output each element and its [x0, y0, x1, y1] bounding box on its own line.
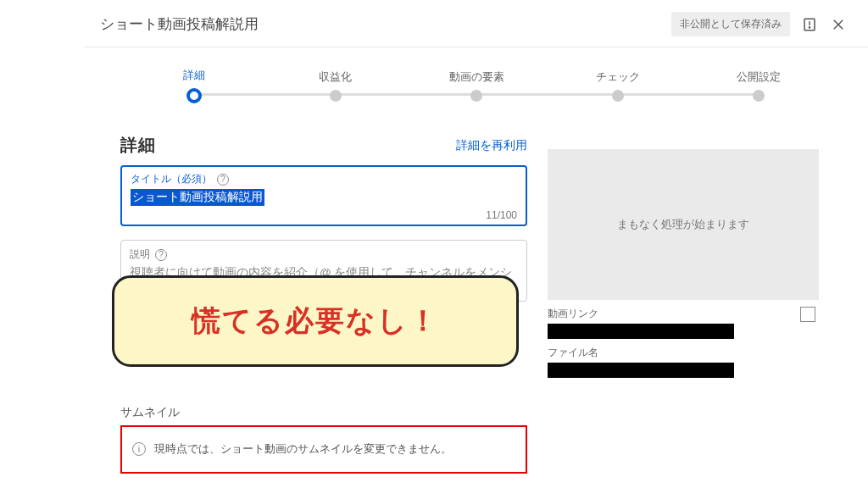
title-input-value[interactable]: ショート動画投稿解説用 — [131, 189, 264, 206]
feedback-icon[interactable] — [800, 15, 819, 34]
svg-point-2 — [809, 26, 810, 27]
filename-label: ファイル名 — [548, 346, 819, 360]
stepper: 詳細 収益化 動画の要素 チェック 公開設定 — [85, 47, 868, 110]
callout-text: 慌てる必要なし！ — [192, 302, 439, 341]
step-checks[interactable]: チェック — [588, 69, 648, 102]
video-link-value-redacted — [548, 324, 734, 339]
close-icon[interactable] — [829, 15, 848, 34]
modal-title: ショート動画投稿解説用 — [100, 14, 259, 34]
title-field[interactable]: タイトル（必須） ? ショート動画投稿解説用 11/100 — [120, 165, 527, 226]
upload-modal: ショート動画投稿解説用 非公開として保存済み 詳細 — [85, 0, 868, 488]
section-heading-details: 詳細 — [120, 134, 156, 157]
help-icon[interactable]: ? — [217, 174, 229, 186]
thumbnail-notice: i 現時点では、ショート動画のサムネイルを変更できません。 — [120, 425, 527, 474]
modal-header: ショート動画投稿解説用 非公開として保存済み — [85, 0, 868, 47]
header-actions: 非公開として保存済み — [671, 12, 848, 36]
save-status: 非公開として保存済み — [671, 12, 790, 36]
char-count: 11/100 — [131, 209, 517, 221]
filename-value-redacted — [548, 363, 734, 378]
description-label: 説明 ? — [130, 247, 518, 262]
title-label: タイトル（必須） ? — [131, 172, 517, 186]
annotation-callout: 慌てる必要なし！ — [112, 275, 519, 367]
preview-meta: 動画リンク ファイル名 — [548, 303, 819, 381]
info-icon: i — [132, 442, 146, 456]
video-preview: まもなく処理が始まります — [548, 149, 819, 300]
help-icon[interactable]: ? — [155, 249, 167, 261]
copy-icon[interactable] — [800, 307, 815, 322]
step-visibility[interactable]: 公開設定 — [729, 69, 788, 102]
video-link-label: 動画リンク — [548, 307, 819, 321]
thumbnail-heading: サムネイル — [120, 405, 527, 420]
step-video-elements[interactable]: 動画の要素 — [447, 69, 506, 102]
right-column: まもなく処理が始まります 動画リンク ファイル名 — [548, 149, 819, 488]
step-details[interactable]: 詳細 — [164, 68, 224, 103]
step-monetization[interactable]: 収益化 — [306, 69, 365, 102]
step-dot-active — [186, 88, 202, 103]
reuse-details-link[interactable]: 詳細を再利用 — [456, 138, 527, 153]
